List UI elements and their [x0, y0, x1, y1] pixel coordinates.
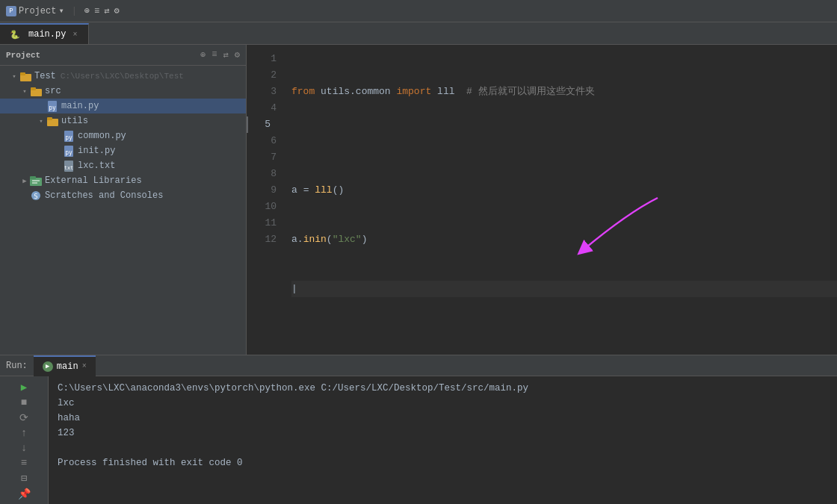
code-line-2 [291, 133, 837, 149]
tree-label-extlib: External Libraries [45, 175, 142, 186]
tree-item-external-libraries[interactable]: ▶ External Libraries [0, 173, 246, 188]
project-dropdown-arrow: ▾ [58, 5, 64, 16]
icon-scratches: S [30, 190, 42, 202]
file-icon-init-py: py [63, 145, 75, 157]
stop-button[interactable]: ■ [16, 396, 32, 408]
output-cmd-line: C:\Users\LXC\anaconda3\envs\pytorch\pyth… [58, 381, 828, 396]
svg-rect-7 [47, 117, 52, 120]
code-line-5: | [291, 281, 837, 297]
tree-path-test: C:\Users\LXC\Desktop\Test [61, 72, 184, 81]
title-bar-left: P Project ▾ | ⊕ ≡ ⇄ ⚙ [6, 5, 120, 16]
svg-text:S: S [34, 193, 37, 200]
svg-text:txt: txt [64, 165, 74, 171]
tree-label-common-py: common.py [78, 131, 126, 141]
sidebar: Project ⊕ ≡ ⇄ ⚙ ▾ Test C:\Users\LXC\Desk… [0, 45, 247, 355]
code-line-3: a = lll() [291, 182, 837, 199]
tree-item-lxc-txt[interactable]: txt lxc.txt [0, 158, 246, 173]
editor-area[interactable]: 1 2 3 4 5 6 7 8 9 10 11 12 from utils.co… [247, 45, 837, 355]
svg-rect-15 [30, 176, 36, 179]
tree-arrow-src: ▾ [19, 86, 30, 96]
folder-icon-test [19, 70, 31, 82]
wrap-button[interactable]: ≡ [16, 457, 32, 469]
main-area: Project ⊕ ≡ ⇄ ⚙ ▾ Test C:\Users\LXC\Desk… [0, 45, 837, 355]
tree-item-common-py[interactable]: py common.py [0, 128, 246, 143]
tree-label-utils: utils [61, 116, 88, 126]
sidebar-title: Project [6, 51, 40, 60]
bottom-tab-bar: Run: ▶ main × [0, 355, 837, 376]
output-line-123: 123 [58, 426, 828, 441]
bottom-panel: Run: ▶ main × ▶ ■ ⟳ ↑ ↓ ≡ ⊟ 📌 C:\Users\L… [0, 355, 837, 504]
run-button[interactable]: ▶ [16, 381, 32, 393]
sidebar-header: Project ⊕ ≡ ⇄ ⚙ [0, 45, 246, 66]
code-line-6 [291, 330, 837, 346]
sidebar-header-icons: ⊕ ≡ ⇄ ⚙ [200, 49, 240, 60]
rerun-button[interactable]: ⟳ [16, 411, 32, 424]
folder-icon-utils [46, 115, 58, 127]
tree-label-lxc-txt: lxc.txt [78, 161, 115, 171]
sidebar-icon-sync[interactable]: ⇄ [223, 49, 229, 60]
tree-item-scratches[interactable]: S Scratches and Consoles [0, 188, 246, 203]
tab-label: main.py [28, 29, 66, 40]
svg-text:py: py [65, 149, 72, 156]
bottom-tab-close[interactable]: × [82, 362, 87, 370]
tree-label-main-py: main.py [61, 101, 99, 111]
split-button[interactable]: ⊟ [16, 472, 32, 485]
bottom-output: C:\Users\LXC\anaconda3\envs\pytorch\pyth… [49, 376, 837, 504]
code-line-4: a.inin("lxc") [291, 231, 837, 248]
title-nav-icon-3[interactable]: ⇄ [104, 5, 109, 16]
code-line-1: from utils.common import lll # 然后就可以调用这些… [291, 84, 837, 100]
project-dropdown[interactable]: P Project ▾ [6, 5, 64, 16]
scroll-down-button[interactable]: ↓ [16, 442, 32, 454]
tree-item-test[interactable]: ▾ Test C:\Users\LXC\Desktop\Test [0, 69, 246, 84]
scroll-up-button[interactable]: ↑ [16, 427, 32, 439]
project-tree: ▾ Test C:\Users\LXC\Desktop\Test ▾ src [0, 66, 246, 355]
line-numbers: 1 2 3 4 5 6 7 8 9 10 11 12 [247, 51, 284, 349]
pin-button[interactable]: 📌 [16, 488, 32, 500]
output-line-haha: haha [58, 411, 828, 426]
title-nav-icon-2[interactable]: ≡ [94, 6, 99, 16]
output-line-exit: Process finished with exit code 0 [58, 455, 828, 470]
tree-item-main-py[interactable]: py main.py [0, 99, 246, 113]
file-icon-lxc-txt: txt [63, 160, 75, 172]
folder-icon-extlib [30, 175, 42, 187]
tree-label-test: Test [34, 71, 56, 81]
folder-icon-src [30, 85, 42, 97]
tab-file-icon: 🐍 [9, 28, 21, 40]
bottom-content: ▶ ■ ⟳ ↑ ↓ ≡ ⊟ 📌 C:\Users\LXC\anaconda3\e… [0, 376, 837, 504]
svg-rect-1 [20, 72, 25, 75]
run-tab-icon: ▶ [43, 361, 53, 372]
tree-label-src: src [45, 86, 61, 96]
file-icon-common-py: py [63, 130, 75, 142]
file-icon-main-py: py [46, 100, 58, 112]
tab-close-button[interactable]: × [70, 30, 79, 39]
title-separator: | [72, 6, 77, 16]
code-container: 1 2 3 4 5 6 7 8 9 10 11 12 from utils.co… [247, 45, 837, 355]
title-bar: P Project ▾ | ⊕ ≡ ⇄ ⚙ [0, 0, 837, 22]
title-settings-icon[interactable]: ⚙ [114, 5, 120, 16]
tab-main-py[interactable]: 🐍 main.py × [0, 23, 89, 44]
tree-item-utils[interactable]: ▾ utils [0, 113, 246, 128]
run-label: Run: [0, 361, 34, 371]
svg-rect-3 [31, 87, 36, 90]
tree-item-init-py[interactable]: py init.py [0, 143, 246, 158]
sidebar-icon-settings[interactable]: ⚙ [235, 49, 240, 60]
project-icon: P [6, 6, 16, 16]
bottom-sidebar: ▶ ■ ⟳ ↑ ↓ ≡ ⊟ 📌 [0, 376, 49, 504]
title-nav-icon-1[interactable]: ⊕ [84, 5, 90, 16]
svg-text:py: py [65, 134, 72, 141]
project-label: Project [19, 6, 56, 16]
code-editor[interactable]: from utils.common import lll # 然后就可以调用这些… [284, 51, 837, 349]
tab-bar: 🐍 main.py × [0, 22, 837, 45]
tree-label-init-py: init.py [78, 146, 115, 156]
tree-label-scratches: Scratches and Consoles [45, 190, 163, 201]
svg-text:py: py [49, 105, 56, 111]
tree-arrow-extlib: ▶ [19, 175, 30, 186]
tree-item-src[interactable]: ▾ src [0, 84, 246, 99]
sidebar-icon-list[interactable]: ≡ [211, 49, 217, 60]
bottom-tab-main[interactable]: ▶ main × [34, 355, 96, 376]
sidebar-icon-add[interactable]: ⊕ [200, 49, 206, 60]
tree-arrow-utils: ▾ [36, 116, 46, 126]
output-line-empty [58, 441, 828, 455]
output-line-lxc: lxc [58, 396, 828, 411]
tree-arrow-test: ▾ [9, 71, 19, 81]
